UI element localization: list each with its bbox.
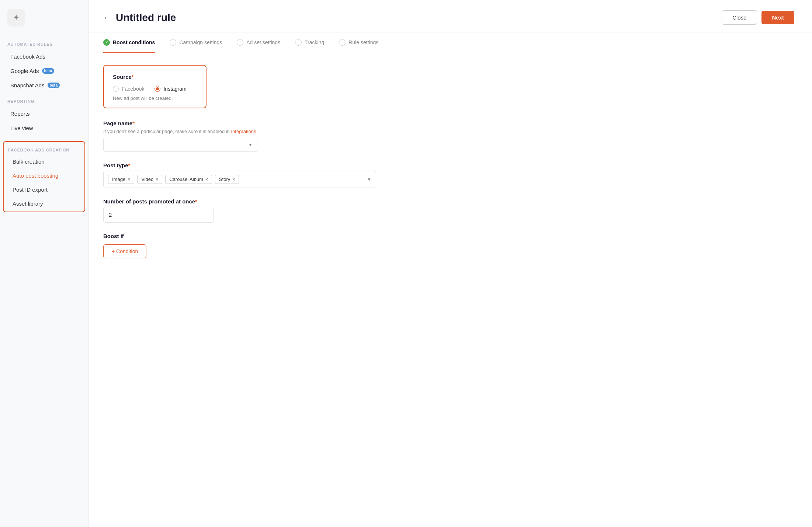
tab-label-adset: Ad set settings	[246, 39, 280, 45]
tags-arrow-icon: ▼	[367, 177, 371, 182]
add-condition-button[interactable]: + Condition	[103, 244, 146, 258]
reporting-label: REPORTING	[0, 93, 88, 107]
source-note: New ad post will be created.	[113, 95, 197, 101]
sidebar-item-label: Asset library	[13, 200, 43, 207]
post-type-tags-box[interactable]: Image × Video × Carousel Album × Story ×…	[103, 171, 376, 188]
boost-if-label: Boost if	[103, 233, 406, 239]
tab-ad-set-settings[interactable]: Ad set settings	[237, 32, 280, 53]
tab-label-boost-conditions: Boost conditions	[113, 39, 155, 45]
integrations-link[interactable]: Integrations	[231, 129, 256, 134]
posts-promoted-required: *	[195, 198, 197, 205]
page-name-hint: If you don't see a particular page, make…	[103, 129, 406, 134]
beta-badge: beta	[42, 68, 55, 74]
sidebar-item-label: Post ID export	[13, 186, 48, 193]
source-options: Facebook Instagram	[113, 86, 197, 92]
tag-carousel[interactable]: Carousel Album ×	[165, 175, 212, 184]
sidebar-item-label: Snapchat Ads	[10, 82, 45, 88]
sidebar-item-label: Bulk creation	[13, 158, 45, 165]
source-label: Source*	[113, 74, 197, 80]
post-type-field: Post type* Image × Video × Carousel Albu…	[103, 162, 406, 188]
posts-promoted-input[interactable]	[103, 207, 214, 223]
tabs-bar: ✓ Boost conditions Campaign settings Ad …	[89, 32, 812, 53]
page-name-select[interactable]: ▼	[103, 138, 258, 152]
sidebar-item-label: Facebook Ads	[10, 53, 45, 60]
select-arrow-icon: ▼	[248, 142, 253, 147]
facebook-ads-creation-label: FACEBOOK ADS CREATION	[4, 143, 84, 154]
tag-video-label: Video	[141, 177, 153, 182]
post-type-label: Post type*	[103, 162, 406, 168]
tab-campaign-settings[interactable]: Campaign settings	[170, 32, 222, 53]
page-name-field: Page name* If you don't see a particular…	[103, 120, 406, 152]
sidebar-item-label: Auto post boosting	[13, 172, 58, 179]
back-arrow-icon[interactable]: ←	[103, 13, 111, 22]
tab-boost-conditions[interactable]: ✓ Boost conditions	[103, 32, 155, 53]
page-title: Untitled rule	[116, 12, 176, 24]
tab-label-tracking: Tracking	[305, 39, 324, 45]
source-card: Source* Facebook Instagram New ad post w…	[103, 65, 207, 108]
source-required: *	[132, 74, 134, 80]
next-button[interactable]: Next	[761, 11, 794, 24]
facebook-radio[interactable]: Facebook	[113, 86, 144, 92]
header-left: ← Untitled rule	[103, 12, 176, 24]
tag-image-label: Image	[112, 177, 125, 182]
instagram-label: Instagram	[163, 86, 186, 92]
page-name-required: *	[132, 120, 135, 126]
sidebar-item-label: Google Ads	[10, 68, 39, 74]
tag-video-remove[interactable]: ×	[156, 177, 158, 182]
tag-story-label: Story	[219, 177, 230, 182]
posts-promoted-label: Number of posts promoted at once*	[103, 198, 406, 205]
posts-promoted-field: Number of posts promoted at once*	[103, 198, 406, 223]
facebook-ads-creation-section: FACEBOOK ADS CREATION Bulk creation Auto…	[3, 141, 85, 212]
tag-image[interactable]: Image ×	[108, 175, 134, 184]
header-right: Close Next	[722, 10, 794, 25]
sidebar-item-reports[interactable]: Reports	[3, 107, 85, 121]
sidebar-logo: ✦	[0, 0, 88, 35]
tab-circle-adset	[237, 39, 243, 46]
sidebar-item-asset-library[interactable]: Asset library	[5, 197, 83, 210]
tab-label-campaign: Campaign settings	[179, 39, 222, 45]
sidebar-item-live-view[interactable]: Live view	[3, 121, 85, 135]
tag-image-remove[interactable]: ×	[128, 177, 130, 182]
sidebar-item-facebook-ads[interactable]: Facebook Ads	[3, 50, 85, 63]
sidebar-item-google-ads[interactable]: Google Ads beta	[3, 64, 85, 78]
sidebar-item-label: Reports	[10, 111, 30, 117]
sidebar-item-label: Live view	[10, 125, 33, 131]
facebook-label: Facebook	[122, 86, 144, 92]
tab-tracking[interactable]: Tracking	[295, 32, 324, 53]
tab-circle-boost: ✓	[103, 39, 110, 46]
post-type-required: *	[128, 162, 131, 168]
tag-carousel-label: Carousel Album	[169, 177, 203, 182]
sidebar-item-bulk-creation[interactable]: Bulk creation	[5, 155, 83, 168]
beta-badge-snapchat: beta	[48, 83, 60, 88]
tab-rule-settings[interactable]: Rule settings	[339, 32, 378, 53]
main-content: ← Untitled rule Close Next ✓ Boost condi…	[89, 0, 812, 527]
tag-carousel-remove[interactable]: ×	[205, 177, 208, 182]
tag-story[interactable]: Story ×	[215, 175, 239, 184]
tab-circle-rule	[339, 39, 346, 46]
facebook-radio-circle	[113, 86, 119, 92]
sidebar: ✦ AUTOMATED RULES Facebook Ads Google Ad…	[0, 0, 89, 527]
page-header: ← Untitled rule Close Next	[89, 0, 812, 32]
page-name-label: Page name*	[103, 120, 406, 126]
automated-rules-label: AUTOMATED RULES	[0, 35, 88, 49]
tab-label-rule: Rule settings	[348, 39, 378, 45]
tab-circle-campaign	[170, 39, 176, 46]
logo-icon: ✦	[7, 9, 25, 27]
tab-circle-tracking	[295, 39, 302, 46]
sidebar-item-snapchat-ads[interactable]: Snapchat Ads beta	[3, 78, 85, 92]
sidebar-item-auto-post-boosting[interactable]: Auto post boosting	[5, 169, 83, 182]
instagram-radio-circle	[155, 86, 160, 92]
boost-if-section: Boost if + Condition	[103, 233, 406, 258]
tag-video[interactable]: Video ×	[137, 175, 162, 184]
close-button[interactable]: Close	[722, 10, 757, 25]
content-area: Source* Facebook Instagram New ad post w…	[89, 53, 420, 280]
instagram-radio[interactable]: Instagram	[155, 86, 186, 92]
tag-story-remove[interactable]: ×	[232, 177, 235, 182]
sidebar-item-post-id-export[interactable]: Post ID export	[5, 183, 83, 196]
